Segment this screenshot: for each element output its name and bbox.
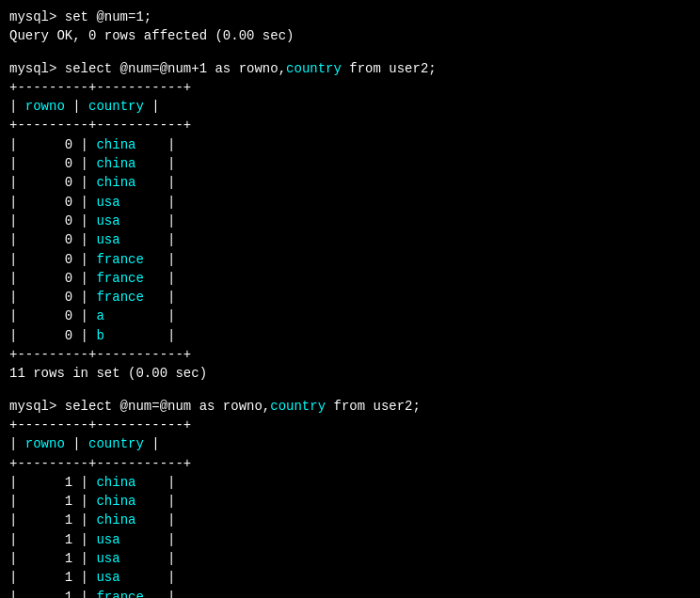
terminal: mysql> set @num=1; Query OK, 0 rows affe… (9, 8, 691, 598)
cmd-query1: mysql> select @num=@num+1 as rowno,count… (9, 59, 691, 78)
table-row: | 0 | b | (9, 326, 691, 345)
table-row: | 0 | france | (9, 250, 691, 269)
result-summary1: 11 rows in set (0.00 sec) (9, 364, 691, 383)
table-row: | 1 | china | (9, 511, 691, 529)
table-row: | 1 | usa | (9, 568, 691, 587)
table-row: | 0 | france | (9, 288, 691, 307)
table-row: | 0 | usa | (9, 212, 691, 230)
table-row: | 1 | china | (9, 492, 691, 511)
table-row: | 1 | usa | (9, 549, 691, 568)
table1-border-mid: +---------+-----------+ (9, 116, 691, 134)
table-row: | 0 | usa | (9, 193, 691, 212)
table-row: | 0 | usa | (9, 230, 691, 249)
table1-border-bot: +---------+-----------+ (9, 345, 691, 364)
table-row: | 1 | usa | (9, 530, 691, 549)
table1-header: | rowno | country | (9, 97, 691, 116)
table-row: | 1 | france | (9, 588, 691, 598)
table-row: | 0 | france | (9, 269, 691, 288)
table2-header: | rowno | country | (9, 434, 691, 453)
table1-border-top: +---------+-----------+ (9, 78, 691, 97)
table-row: | 0 | china | (9, 173, 691, 192)
table-row: | 1 | china | (9, 473, 691, 492)
table-row: | 0 | a | (9, 307, 691, 325)
table2-border-top: +---------+-----------+ (9, 416, 691, 434)
result-set-num: Query OK, 0 rows affected (0.00 sec) (9, 26, 691, 45)
cmd-query2: mysql> select @num=@num as rowno,country… (9, 397, 691, 416)
table-row: | 0 | china | (9, 135, 691, 154)
table-row: | 0 | china | (9, 154, 691, 173)
cmd-set-num: mysql> set @num=1; (9, 8, 691, 26)
table2-border-mid: +---------+-----------+ (9, 454, 691, 473)
